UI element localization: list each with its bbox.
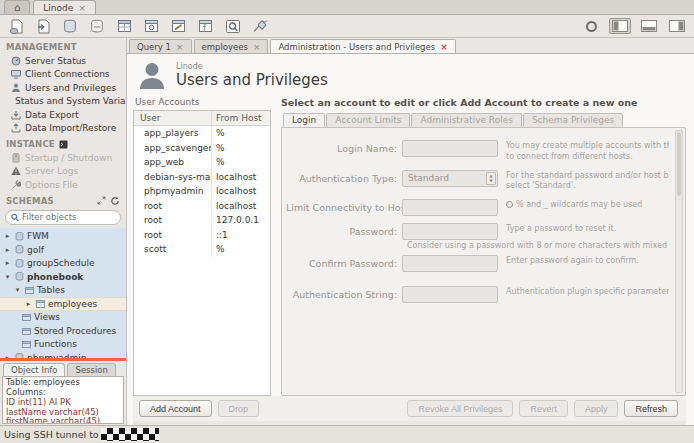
expand-schemas-icon[interactable] bbox=[97, 196, 106, 205]
tree-item-label: golf bbox=[27, 245, 44, 255]
tree-item-views-folder[interactable]: Views bbox=[0, 311, 126, 325]
tree-item-functions-folder[interactable]: Functions bbox=[0, 338, 126, 352]
table-row[interactable]: scott% bbox=[134, 242, 270, 257]
tab-administrative-roles[interactable]: Administrative Roles bbox=[411, 113, 521, 127]
refresh-schemas-icon[interactable] bbox=[110, 196, 120, 206]
revoke-all-privileges-button[interactable]: Revoke All Privileges bbox=[407, 400, 513, 417]
tab-session[interactable]: Session bbox=[67, 363, 115, 376]
startup-shutdown-icon bbox=[11, 153, 21, 163]
tab-account-limits[interactable]: Account Limits bbox=[326, 113, 410, 127]
sidebar-item-label: Server Logs bbox=[25, 166, 78, 176]
table-row[interactable]: debian-sys-maintlocalhost bbox=[134, 170, 270, 185]
close-icon[interactable]: × bbox=[78, 3, 86, 13]
tree-item-label: Stored Procedures bbox=[34, 326, 116, 336]
scrollbar[interactable] bbox=[675, 130, 683, 393]
schema-filter[interactable] bbox=[5, 210, 121, 225]
admin-users-page: Linode Users and Privileges User Account… bbox=[127, 53, 694, 425]
select-account-hint: Select an account to edit or click Add A… bbox=[281, 96, 686, 113]
tree-item-schema-phonebook[interactable]: ▾phonebook bbox=[0, 270, 126, 284]
account-detail-column: Select an account to edit or click Add A… bbox=[281, 96, 686, 396]
auth-string-field[interactable] bbox=[402, 286, 498, 303]
login-name-help: You may create multiple accounts with th… bbox=[506, 140, 669, 163]
alter-schema-icon[interactable] bbox=[88, 18, 107, 35]
search-table-data-icon[interactable] bbox=[223, 18, 242, 35]
table-row[interactable]: rootlocalhost bbox=[134, 199, 270, 214]
table-row[interactable]: app_scavenger% bbox=[134, 141, 270, 156]
table-row[interactable]: root::1 bbox=[134, 228, 270, 243]
tab-query-1[interactable]: Query 1× bbox=[129, 39, 192, 53]
tree-item-table-employees[interactable]: ▸employees bbox=[0, 297, 126, 311]
create-table-icon[interactable] bbox=[115, 18, 134, 35]
tree-item-schema-groupschedule[interactable]: ▸groupSchedule bbox=[0, 257, 126, 271]
tree-item-schema-golf[interactable]: ▸golf bbox=[0, 243, 126, 257]
cell-host: ::1 bbox=[212, 230, 270, 240]
connection-tab-linode[interactable]: Linode × bbox=[33, 0, 96, 14]
column-header-from-host[interactable]: From Host bbox=[212, 113, 270, 123]
tab-login[interactable]: Login bbox=[283, 113, 325, 127]
drop-button[interactable]: Drop bbox=[218, 400, 260, 417]
create-function-icon[interactable]: f bbox=[196, 18, 215, 35]
redacted-host bbox=[101, 428, 159, 441]
create-procedure-icon[interactable] bbox=[169, 18, 188, 35]
close-icon[interactable]: × bbox=[253, 42, 261, 52]
tab-schema-privileges[interactable]: Schema Privileges bbox=[523, 113, 623, 127]
limit-hosts-field[interactable] bbox=[402, 199, 498, 216]
dashboard-donut-icon[interactable] bbox=[582, 18, 601, 35]
apply-button[interactable]: Apply bbox=[574, 400, 619, 417]
tree-item-schema-phpmyadmin[interactable]: ▸phpmyadmin bbox=[0, 351, 126, 358]
tab-object-info[interactable]: Object Info bbox=[3, 363, 65, 376]
object-info-tab-bar: Object Info Session bbox=[0, 361, 126, 376]
home-tab[interactable]: ⌂ bbox=[4, 0, 30, 14]
sidebar-item-server-logs[interactable]: Server Logs bbox=[0, 165, 126, 179]
tree-item-label: Functions bbox=[34, 339, 77, 349]
auth-type-help: For the standard password and/or host ba… bbox=[506, 170, 669, 193]
tree-item-stored-procedures-folder[interactable]: Stored Procedures bbox=[0, 324, 126, 338]
reconnect-dbms-icon[interactable] bbox=[250, 18, 269, 35]
client-connections-icon bbox=[11, 69, 21, 79]
tree-item-schema-fwm[interactable]: ▸FWM bbox=[0, 230, 126, 244]
toggle-bottom-panel-icon[interactable] bbox=[639, 19, 659, 33]
scrollbar-thumb[interactable] bbox=[677, 132, 681, 196]
table-row[interactable]: root127.0.0.1 bbox=[134, 213, 270, 228]
sidebar-item-label: Status and System Variables bbox=[15, 96, 126, 106]
add-account-button[interactable]: Add Account bbox=[139, 400, 212, 417]
password-field[interactable] bbox=[402, 223, 498, 240]
auth-type-select[interactable]: Standard▲▼ bbox=[402, 170, 498, 187]
new-query-tab-icon[interactable] bbox=[7, 18, 26, 35]
column-definition: firstName varchar(45) bbox=[6, 417, 120, 424]
column-header-user[interactable]: User bbox=[134, 111, 212, 125]
sidebar-item-client-connections[interactable]: Client Connections bbox=[0, 68, 126, 82]
tab-employees[interactable]: employees× bbox=[194, 39, 269, 53]
schema-icon bbox=[15, 272, 24, 281]
create-view-icon[interactable] bbox=[142, 18, 161, 35]
sidebar-item-status-system-variables[interactable]: Status and System Variables bbox=[0, 95, 126, 109]
sidebar-item-options-file[interactable]: Options File bbox=[0, 178, 126, 192]
sidebar-item-startup-shutdown[interactable]: Startup / Shutdown bbox=[0, 151, 126, 165]
sidebar-item-data-export[interactable]: Data Export bbox=[0, 108, 126, 122]
sidebar-item-data-import-restore[interactable]: Data Import/Restore bbox=[0, 122, 126, 136]
table-row[interactable]: phpmyadminlocalhost bbox=[134, 184, 270, 199]
tree-item-tables-folder[interactable]: ▾Tables bbox=[0, 284, 126, 298]
sidebar-item-label: Client Connections bbox=[25, 69, 110, 79]
tab-administration-users-privileges[interactable]: Administration - Users and Privileges× bbox=[270, 39, 455, 53]
close-icon[interactable]: × bbox=[440, 42, 448, 52]
table-row[interactable]: app_web% bbox=[134, 155, 270, 170]
table-row[interactable]: app_players% bbox=[134, 126, 270, 141]
open-sql-script-icon[interactable] bbox=[34, 18, 53, 35]
sidebar-item-users-and-privileges[interactable]: Users and Privileges bbox=[0, 81, 126, 95]
user-accounts-column: User Accounts User From Host app_players… bbox=[133, 96, 271, 396]
wrench-icon bbox=[11, 180, 21, 190]
revert-button[interactable]: Revert bbox=[519, 400, 568, 417]
confirm-password-field[interactable] bbox=[402, 255, 498, 272]
login-name-field[interactable] bbox=[402, 140, 498, 157]
window-tab-bar: ⌂ Linode × bbox=[0, 0, 694, 15]
toggle-sidebar-panel-icon[interactable] bbox=[609, 18, 631, 34]
wildcard-radio-icon bbox=[506, 201, 513, 208]
sidebar-item-server-status[interactable]: Server Status bbox=[0, 54, 126, 68]
toggle-right-panel-icon[interactable] bbox=[667, 19, 687, 33]
table-icon bbox=[36, 300, 45, 308]
create-schema-icon[interactable] bbox=[61, 18, 80, 35]
refresh-button[interactable]: Refresh bbox=[624, 400, 678, 417]
schema-filter-input[interactable] bbox=[22, 212, 115, 222]
close-icon[interactable]: × bbox=[176, 42, 184, 52]
